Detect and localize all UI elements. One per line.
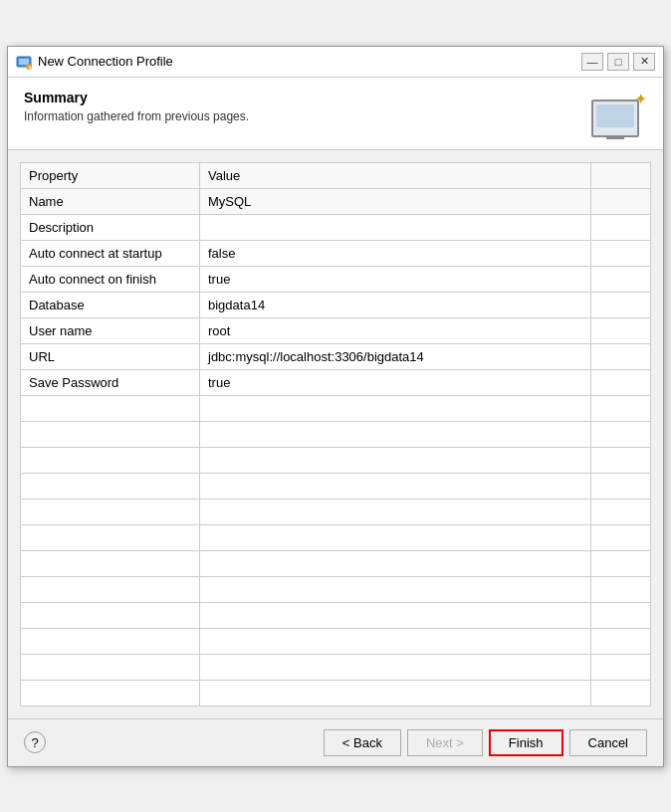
extra-cell	[591, 292, 651, 317]
property-cell: URL	[21, 343, 200, 369]
maximize-button[interactable]: □	[607, 53, 629, 71]
extra-cell	[591, 188, 651, 214]
table-row: Auto connect at startupfalse	[21, 240, 651, 266]
footer-right: < Back Next > Finish Cancel	[324, 729, 647, 756]
finish-button[interactable]: Finish	[489, 729, 563, 756]
empty-row	[21, 447, 651, 473]
value-cell: true	[200, 369, 591, 395]
col-header-property: Property	[21, 162, 200, 188]
next-button[interactable]: Next >	[407, 729, 483, 756]
value-cell: root	[200, 317, 591, 343]
help-button[interactable]: ?	[24, 731, 46, 753]
table-row: Description	[21, 214, 651, 240]
empty-row	[21, 473, 651, 499]
value-cell: jdbc:mysql://localhost:3306/bigdata14	[200, 343, 591, 369]
header-area: Summary Information gathered from previo…	[8, 78, 663, 150]
property-cell: Description	[21, 214, 200, 240]
property-cell: Database	[21, 292, 200, 317]
extra-cell	[591, 369, 651, 395]
value-cell	[200, 214, 591, 240]
monitor-icon	[591, 100, 639, 137]
empty-row	[21, 602, 651, 628]
extra-cell	[591, 240, 651, 266]
col-header-value: Value	[200, 162, 591, 188]
empty-row	[21, 550, 651, 576]
close-button[interactable]: ✕	[633, 53, 655, 71]
extra-cell	[591, 343, 651, 369]
page-title: Summary	[24, 90, 249, 105]
value-cell: bigdata14	[200, 292, 591, 317]
extra-cell	[591, 266, 651, 292]
table-row: Auto connect on finishtrue	[21, 266, 651, 292]
minimize-button[interactable]: —	[581, 53, 603, 71]
empty-row	[21, 421, 651, 447]
window-title: New Connection Profile	[38, 54, 575, 69]
dialog-window: ★ New Connection Profile — □ ✕ Summary I…	[7, 46, 664, 767]
property-cell: Auto connect at startup	[21, 240, 200, 266]
cancel-button[interactable]: Cancel	[569, 729, 647, 756]
table-row: User nameroot	[21, 317, 651, 343]
property-cell: Save Password	[21, 369, 200, 395]
extra-cell	[591, 214, 651, 240]
window-controls: — □ ✕	[581, 53, 655, 71]
empty-row	[21, 576, 651, 602]
value-cell: true	[200, 266, 591, 292]
property-cell: User name	[21, 317, 200, 343]
col-header-extra	[591, 162, 651, 188]
summary-table: Property Value NameMySQLDescriptionAuto …	[20, 162, 651, 707]
table-row: NameMySQL	[21, 188, 651, 214]
content-area: Property Value NameMySQLDescriptionAuto …	[8, 150, 663, 718]
empty-row	[21, 680, 651, 706]
page-subtitle: Information gathered from previous pages…	[24, 109, 249, 123]
svg-text:★: ★	[28, 65, 32, 70]
empty-row	[21, 395, 651, 421]
header-text: Summary Information gathered from previo…	[24, 90, 249, 123]
footer: ? < Back Next > Finish Cancel	[8, 718, 663, 766]
empty-row	[21, 628, 651, 654]
table-row: URLjdbc:mysql://localhost:3306/bigdata14	[21, 343, 651, 369]
table-header-row: Property Value	[21, 162, 651, 188]
app-icon: ★	[16, 54, 32, 70]
empty-row	[21, 524, 651, 550]
title-bar: ★ New Connection Profile — □ ✕	[8, 47, 663, 78]
table-row: Databasebigdata14	[21, 292, 651, 317]
back-button[interactable]: < Back	[324, 729, 401, 756]
extra-cell	[591, 317, 651, 343]
empty-row	[21, 499, 651, 524]
wizard-icon: ✦	[591, 90, 647, 137]
value-cell: false	[200, 240, 591, 266]
empty-row	[21, 654, 651, 680]
value-cell: MySQL	[200, 188, 591, 214]
table-row: Save Passwordtrue	[21, 369, 651, 395]
footer-left: ?	[24, 731, 46, 753]
property-cell: Auto connect on finish	[21, 266, 200, 292]
property-cell: Name	[21, 188, 200, 214]
star-decoration: ✦	[634, 90, 647, 108]
